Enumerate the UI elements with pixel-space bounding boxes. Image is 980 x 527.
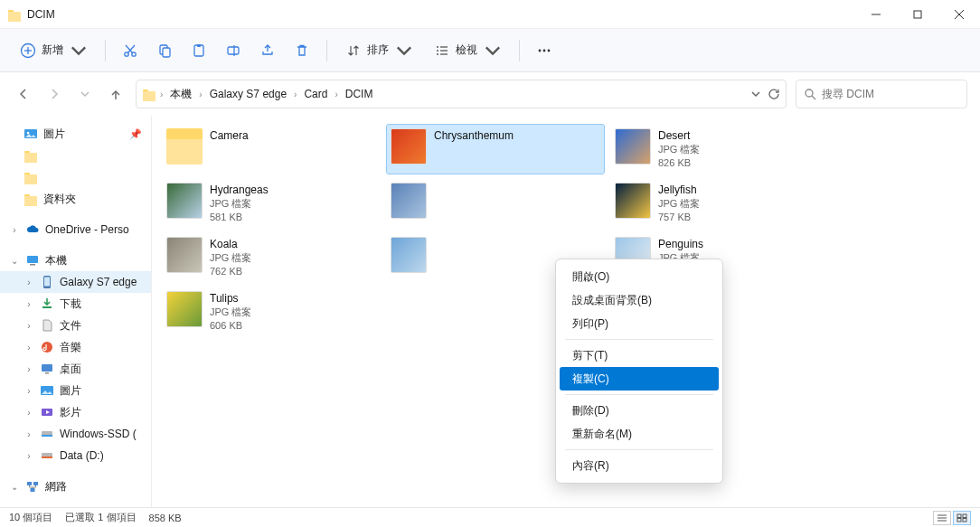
sidebar-item-desktop[interactable]: › 桌面 (0, 358, 151, 380)
sidebar-item-onedrive[interactable]: › OneDrive - Perso (0, 219, 151, 240)
file-type: JPG 檔案 (210, 306, 251, 319)
view-thumbnails-button[interactable] (953, 511, 971, 525)
image-thumbnail (166, 237, 203, 273)
svg-rect-36 (24, 153, 37, 163)
svg-point-27 (548, 49, 551, 52)
sidebar-item-downloads[interactable]: › 下載 (0, 293, 151, 315)
sidebar-item-this-pc[interactable]: ⌄ 本機 (0, 249, 151, 271)
plus-circle-icon (20, 42, 36, 59)
sidebar-item-network[interactable]: ⌄ 網路 (0, 475, 151, 497)
share-button[interactable] (252, 35, 283, 66)
file-item[interactable]: Camera (163, 125, 380, 174)
cut-button[interactable] (115, 35, 146, 66)
copy-button[interactable] (149, 35, 180, 66)
ctx-properties[interactable]: 內容(R) (560, 454, 719, 477)
ctx-open[interactable]: 開啟(O) (560, 265, 719, 288)
nav-forward-button[interactable] (43, 83, 65, 105)
pc-icon (25, 253, 40, 268)
sidebar-item-folder[interactable]: 資料夾 (0, 188, 151, 210)
chevron-right-icon[interactable]: › (24, 386, 34, 396)
chevron-right-icon[interactable]: › (24, 408, 34, 418)
file-item[interactable]: JellyfishJPG 檔案757 KB (611, 179, 828, 228)
more-button[interactable] (529, 35, 560, 66)
content-area[interactable]: CameraChrysanthemumDesertJPG 檔案826 KBHyd… (152, 116, 980, 507)
folder-icon (7, 7, 22, 22)
file-name: Desert (658, 128, 700, 143)
breadcrumb-item[interactable]: Galaxy S7 edge (206, 86, 290, 102)
chevron-right-icon[interactable]: › (24, 321, 34, 331)
svg-rect-47 (42, 364, 52, 372)
view-details-button[interactable] (933, 511, 951, 525)
file-type: JPG 檔案 (210, 197, 269, 211)
breadcrumb-item[interactable]: 本機 (166, 85, 195, 104)
chevron-right-icon[interactable]: › (24, 278, 34, 287)
status-bar: 10 個項目 已選取 1 個項目 858 KB (0, 507, 980, 527)
copy-icon (156, 42, 173, 59)
sidebar-item-videos[interactable]: › 影片 (0, 401, 151, 423)
file-item[interactable]: HydrangeasJPG 檔案581 KB (163, 179, 380, 228)
delete-button[interactable] (287, 35, 317, 66)
breadcrumb-item[interactable]: DCIM (342, 86, 377, 102)
sidebar-item-documents[interactable]: › 文件 (0, 315, 151, 336)
view-button[interactable]: 檢視 (425, 35, 510, 66)
svg-rect-1 (8, 12, 21, 22)
ctx-print[interactable]: 列印(P) (560, 312, 719, 335)
file-item[interactable]: TulipsJPG 檔案606 KB (163, 287, 380, 336)
sidebar-item-pictures2[interactable]: › 圖片 (0, 380, 151, 401)
breadcrumb[interactable]: › 本機 › Galaxy S7 edge › Card › DCIM (136, 80, 787, 108)
nav-recent-button[interactable] (74, 83, 96, 105)
close-button[interactable] (938, 0, 980, 29)
sidebar-item-folder[interactable] (0, 145, 151, 166)
drive-icon (40, 448, 54, 463)
ctx-delete[interactable]: 刪除(D) (560, 399, 719, 422)
new-button[interactable]: 新增 (11, 35, 96, 66)
file-item[interactable]: KoalaJPG 檔案762 KB (163, 233, 380, 282)
sort-button[interactable]: 排序 (336, 35, 421, 66)
paste-button[interactable] (184, 35, 214, 66)
chevron-right-icon[interactable]: › (24, 364, 34, 374)
search-input[interactable] (822, 88, 959, 100)
rename-icon (225, 42, 241, 59)
sidebar-item-pictures[interactable]: 圖片 📌 (0, 123, 151, 145)
chevron-right-icon[interactable]: › (24, 299, 34, 309)
sidebar-item-galaxy[interactable]: › Galaxy S7 edge (0, 271, 151, 293)
ctx-copy[interactable]: 複製(C) (560, 367, 719, 391)
ctx-set-background[interactable]: 設成桌面背景(B) (560, 288, 719, 312)
sidebar-item-data-drive[interactable]: › Data (D:) (0, 445, 151, 466)
chevron-down-icon[interactable]: ⌄ (9, 256, 20, 266)
minimize-button[interactable] (855, 0, 897, 29)
file-item[interactable]: DesertJPG 檔案826 KB (611, 125, 828, 174)
nav-up-button[interactable] (105, 83, 127, 105)
file-size: 762 KB (210, 265, 251, 278)
refresh-icon[interactable] (768, 88, 780, 100)
chevron-down-icon[interactable] (749, 88, 762, 100)
pictures-icon (24, 127, 38, 141)
chevron-right-icon[interactable]: › (24, 429, 34, 439)
svg-rect-16 (197, 44, 201, 47)
rename-button[interactable] (218, 35, 249, 66)
file-item[interactable] (387, 179, 604, 228)
sidebar-item-folder[interactable] (0, 166, 151, 188)
download-icon (40, 296, 54, 311)
chevron-right-icon[interactable]: › (24, 343, 34, 353)
maximize-button[interactable] (897, 0, 938, 29)
nav-back-button[interactable] (13, 83, 34, 105)
chevron-right-icon[interactable]: › (24, 451, 34, 461)
breadcrumb-item[interactable]: Card (300, 86, 331, 102)
search-box[interactable] (796, 80, 967, 108)
svg-point-21 (437, 53, 438, 55)
file-name: Tulips (210, 291, 251, 306)
chevron-down-icon[interactable]: ⌄ (9, 482, 20, 492)
file-item[interactable]: Chrysanthemum (387, 125, 604, 174)
sidebar-item-music[interactable]: › 音樂 (0, 336, 151, 358)
chevron-right-icon[interactable]: › (335, 89, 337, 99)
chevron-right-icon[interactable]: › (294, 89, 297, 99)
sidebar-item-ssd[interactable]: › Windows-SSD ( (0, 423, 151, 445)
chevron-right-icon[interactable]: › (9, 225, 20, 235)
ctx-cut[interactable]: 剪下(T) (560, 343, 719, 367)
chevron-right-icon[interactable]: › (160, 89, 163, 99)
folder-icon (24, 192, 38, 206)
ctx-rename[interactable]: 重新命名(M) (560, 422, 719, 446)
svg-point-34 (27, 132, 30, 135)
chevron-right-icon[interactable]: › (199, 89, 202, 99)
